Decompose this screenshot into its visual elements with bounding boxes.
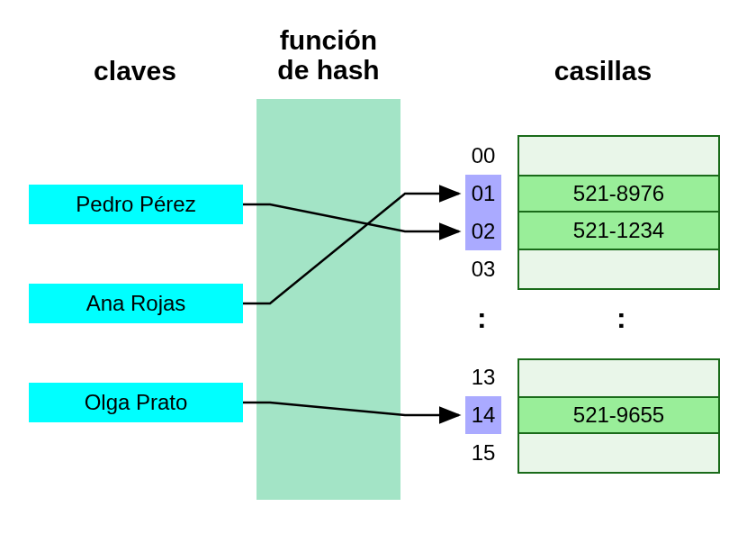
- heading-keys: claves: [54, 56, 216, 86]
- bucket-index-highlighted: 01: [465, 175, 501, 213]
- hash-function-box: [256, 99, 400, 500]
- key-item: Olga Prato: [29, 383, 243, 422]
- ellipsis-icon: :: [477, 302, 487, 335]
- bucket-value: 521-1234: [519, 213, 718, 250]
- bucket-index: 00: [465, 137, 501, 175]
- bucket-value: 521-9655: [519, 396, 718, 434]
- bucket-index: 15: [465, 434, 501, 472]
- ellipsis-icon: :: [616, 302, 626, 335]
- heading-hash-function: función de hash: [248, 25, 410, 85]
- key-item: Pedro Pérez: [29, 185, 243, 224]
- bucket-index-highlighted: 14: [465, 396, 501, 434]
- heading-buckets: casillas: [504, 56, 702, 86]
- key-item: Ana Rojas: [29, 284, 243, 323]
- bucket-index: 13: [465, 358, 501, 396]
- bucket-index: 03: [465, 250, 501, 288]
- bucket-value: 521-8976: [519, 175, 718, 213]
- bucket-index-highlighted: 02: [465, 213, 501, 250]
